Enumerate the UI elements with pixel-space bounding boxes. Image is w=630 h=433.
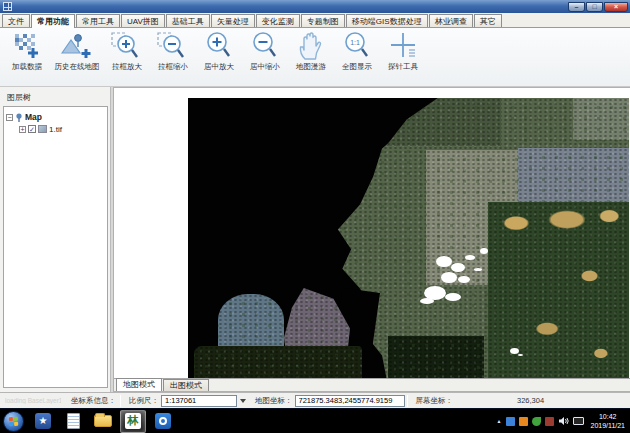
star-app-icon: ★ bbox=[35, 413, 51, 429]
tree-node-map[interactable]: − Map bbox=[6, 111, 105, 123]
recorder-app-icon bbox=[155, 413, 171, 429]
tool-label: 地图漫游 bbox=[296, 62, 326, 72]
title-bar: – □ × bbox=[0, 0, 630, 13]
clock-date: 2019/11/21 bbox=[590, 421, 625, 430]
satellite-imagery bbox=[188, 98, 629, 378]
tab-common-functions[interactable]: 常用功能 bbox=[31, 14, 75, 28]
tray-security-icon[interactable] bbox=[545, 417, 554, 426]
cloud bbox=[480, 248, 488, 254]
scale-input[interactable] bbox=[161, 395, 237, 407]
maximize-button[interactable]: □ bbox=[586, 2, 603, 12]
tab-mobile-gis-data[interactable]: 移动端GIS数据处理 bbox=[346, 14, 428, 27]
crs-label: 坐标系信息： bbox=[71, 396, 116, 406]
windows-flag-icon bbox=[9, 416, 18, 425]
status-bar: loading BaseLayer1 坐标系信息： 比例尺： 地图坐标： 屏幕坐… bbox=[0, 392, 630, 408]
tab-layout-mode[interactable]: 出图模式 bbox=[163, 379, 209, 391]
center-zoom-in-icon bbox=[201, 31, 237, 61]
center-zoom-in-button[interactable]: 居中放大 bbox=[196, 30, 242, 84]
map-canvas[interactable] bbox=[114, 88, 630, 378]
full-extent-button[interactable]: 1:1 全图显示 bbox=[334, 30, 380, 84]
taskbar-notepad-app[interactable] bbox=[60, 410, 86, 433]
box-zoom-in-button[interactable]: 拉框放大 bbox=[104, 30, 150, 84]
taskbar-forestry-app[interactable]: 林 bbox=[120, 410, 146, 433]
expand-icon[interactable]: + bbox=[19, 126, 26, 133]
tab-map-mode[interactable]: 地图模式 bbox=[116, 378, 162, 391]
tab-uav-mosaic[interactable]: UAV拼图 bbox=[121, 14, 165, 27]
display-settings-icon[interactable] bbox=[573, 417, 584, 425]
tray-expand-icon[interactable]: ▲ bbox=[497, 418, 502, 424]
tray-grid-app-icon[interactable] bbox=[519, 417, 528, 426]
separator bbox=[407, 395, 408, 407]
tray-green-app-icon[interactable] bbox=[532, 417, 541, 426]
taskbar-clock[interactable]: 10:42 2019/11/21 bbox=[590, 412, 625, 430]
tree-node-label: 1.tif bbox=[49, 125, 62, 134]
probe-tool-button[interactable]: 探针工具 bbox=[380, 30, 426, 84]
tree-node-label: Map bbox=[25, 112, 42, 122]
tool-label: 历史在线地图 bbox=[55, 62, 100, 72]
layer-panel-title: 图层树 bbox=[0, 87, 110, 106]
tab-file[interactable]: 文件 bbox=[2, 14, 30, 27]
imagery-patch bbox=[386, 98, 501, 146]
tree-node-layer[interactable]: + ✓ 1.tif bbox=[19, 123, 105, 135]
imagery-patch bbox=[218, 294, 284, 352]
tab-change-monitoring[interactable]: 变化监测 bbox=[256, 14, 300, 27]
cloud bbox=[436, 256, 452, 267]
map-mode-tabs: 地图模式 出图模式 bbox=[114, 378, 630, 391]
box-zoom-out-button[interactable]: 拉框缩小 bbox=[150, 30, 196, 84]
probe-tool-icon bbox=[385, 31, 421, 61]
center-zoom-out-button[interactable]: 居中缩小 bbox=[242, 30, 288, 84]
box-zoom-in-icon bbox=[109, 31, 145, 61]
tab-forestry-survey[interactable]: 林业调查 bbox=[429, 14, 473, 27]
center-zoom-out-icon bbox=[247, 31, 283, 61]
map-coord-input[interactable] bbox=[295, 395, 405, 407]
history-online-map-icon bbox=[59, 31, 95, 61]
tray-messenger-icon[interactable] bbox=[506, 417, 515, 426]
collapse-icon[interactable]: − bbox=[6, 114, 13, 121]
tool-label: 全图显示 bbox=[342, 62, 372, 72]
cloud bbox=[510, 348, 519, 354]
tab-common-tools[interactable]: 常用工具 bbox=[76, 14, 120, 27]
taskbar-recorder-app[interactable] bbox=[150, 410, 176, 433]
tool-label: 探针工具 bbox=[388, 62, 418, 72]
box-zoom-out-icon bbox=[155, 31, 191, 61]
separator bbox=[120, 395, 121, 407]
pan-hand-icon bbox=[293, 31, 329, 61]
windows-taskbar: ★ 林 ▲ 10:42 2019/11/21 bbox=[0, 408, 630, 433]
tab-other[interactable]: 其它 bbox=[474, 14, 502, 27]
taskbar-explorer-app[interactable] bbox=[90, 410, 116, 433]
load-data-button[interactable]: 加载数据 bbox=[4, 30, 50, 84]
notepad-icon bbox=[67, 413, 80, 429]
map-pan-button[interactable]: 地图漫游 bbox=[288, 30, 334, 84]
app-logo-icon bbox=[3, 2, 12, 11]
pin-icon bbox=[15, 113, 23, 122]
scale-dropdown-arrow-icon[interactable] bbox=[240, 399, 246, 403]
map-coord-label: 地图坐标： bbox=[255, 396, 293, 406]
tool-label: 加载数据 bbox=[12, 62, 42, 72]
taskbar-star-app[interactable]: ★ bbox=[30, 410, 56, 433]
imagery-patch bbox=[518, 148, 629, 206]
screen-coord-value: 326,304 bbox=[517, 396, 544, 405]
tool-label: 拉框放大 bbox=[112, 62, 142, 72]
close-button[interactable]: × bbox=[604, 2, 628, 12]
forestry-app-icon: 林 bbox=[125, 413, 141, 429]
tab-thematic-mapping[interactable]: 专题制图 bbox=[301, 14, 345, 27]
tool-label: 居中缩小 bbox=[250, 62, 280, 72]
tab-basic-tools[interactable]: 基础工具 bbox=[166, 14, 210, 27]
history-online-map-button[interactable]: 历史在线地图 bbox=[50, 30, 104, 84]
minimize-button[interactable]: – bbox=[568, 2, 585, 12]
system-tray: ▲ 10:42 2019/11/21 bbox=[497, 412, 630, 430]
speaker-icon[interactable] bbox=[558, 416, 569, 426]
layer-visibility-checkbox[interactable]: ✓ bbox=[28, 125, 36, 133]
start-button[interactable] bbox=[3, 411, 24, 432]
tab-vector-processing[interactable]: 矢量处理 bbox=[211, 14, 255, 27]
scale-label: 比例尺： bbox=[129, 396, 159, 406]
toolbar: 加载数据 历史在线地图 拉框放大 bbox=[0, 28, 630, 87]
cloud bbox=[424, 286, 446, 300]
raster-layer-icon bbox=[38, 125, 47, 133]
imagery-patch bbox=[194, 346, 362, 378]
tool-label: 居中放大 bbox=[204, 62, 234, 72]
screen-coord-label: 屏幕坐标： bbox=[416, 396, 454, 406]
imagery-patch bbox=[573, 98, 629, 140]
svg-text:1:1: 1:1 bbox=[350, 39, 360, 46]
loading-status-text: loading BaseLayer1 bbox=[5, 397, 61, 404]
